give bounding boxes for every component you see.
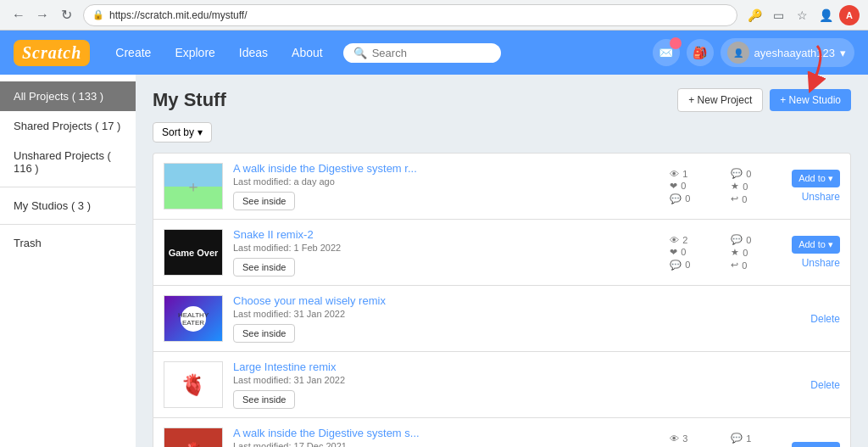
profile-circle[interactable]: A bbox=[839, 5, 860, 25]
user-menu-btn[interactable]: 👤 ayeshaayath123 ▾ bbox=[721, 38, 854, 67]
project-thumbnail: 🫀 bbox=[164, 361, 223, 408]
views-count: 3 bbox=[682, 433, 687, 444]
back-button[interactable]: ← bbox=[8, 5, 29, 25]
sort-button[interactable]: Sort by ▾ bbox=[153, 122, 212, 142]
nav-create[interactable]: Create bbox=[103, 39, 163, 66]
replies-count: 0 bbox=[742, 260, 747, 271]
unshare-link[interactable]: Unshare bbox=[802, 257, 840, 269]
loves-count: 0 bbox=[681, 247, 686, 257]
project-actions: Add to ▾ Unshare bbox=[792, 236, 840, 269]
nav-about[interactable]: About bbox=[280, 39, 335, 66]
content-area: My Stuff + New Project + New Studio Sort… bbox=[136, 75, 868, 447]
views-icon: 👁 bbox=[670, 235, 679, 245]
add-to-button[interactable]: Add to ▾ bbox=[792, 442, 840, 447]
main-content: All Projects ( 133 ) Shared Projects ( 1… bbox=[0, 75, 868, 447]
sidebar-item-shared[interactable]: Shared Projects ( 17 ) bbox=[0, 111, 136, 141]
sidebar-item-trash[interactable]: Trash bbox=[0, 228, 136, 258]
url-text: https://scratch.mit.edu/mystuff/ bbox=[109, 9, 248, 21]
username-label: ayeshaayath123 bbox=[754, 47, 835, 59]
table-row: ＋ A walk inside the Digestive system r..… bbox=[153, 153, 851, 219]
project-thumbnail: HEALTHY EATER bbox=[164, 295, 223, 342]
stats-column-2: 💬0 ★0 ↩0 bbox=[731, 168, 782, 204]
table-row: Game Over Snake II remix-2 Last modified… bbox=[153, 219, 851, 285]
see-inside-button[interactable]: See inside bbox=[233, 324, 295, 343]
loves-icon: ❤ bbox=[670, 247, 677, 258]
browser-actions: 🔑 ▭ ☆ 👤 A bbox=[744, 5, 860, 25]
project-name[interactable]: A walk inside the Digestive system r... bbox=[233, 162, 659, 175]
stats-column: 👁1 ❤0 💬0 bbox=[670, 169, 721, 204]
project-name[interactable]: Snake II remix-2 bbox=[233, 228, 659, 241]
unshare-link[interactable]: Unshare bbox=[802, 191, 840, 203]
header-buttons: + New Project + New Studio bbox=[677, 88, 851, 112]
project-modified: Last modified: 1 Feb 2022 bbox=[233, 243, 659, 253]
nav-explore[interactable]: Explore bbox=[163, 39, 226, 66]
delete-link[interactable]: Delete bbox=[810, 379, 840, 391]
add-to-button[interactable]: Add to ▾ bbox=[792, 170, 840, 187]
nav-right: ✉️ 🎒 👤 ayeshaayath123 ▾ bbox=[653, 38, 854, 67]
profile-icon-btn[interactable]: 👤 bbox=[815, 5, 836, 25]
project-info: A walk inside the Digestive system s... … bbox=[233, 427, 659, 447]
add-to-button[interactable]: Add to ▾ bbox=[792, 236, 840, 254]
refresh-button[interactable]: ↻ bbox=[56, 5, 76, 25]
messages-btn[interactable]: ✉️ bbox=[653, 39, 680, 66]
sort-bar: Sort by ▾ bbox=[153, 122, 851, 142]
project-actions: Add to ▾ bbox=[792, 442, 840, 447]
bag-btn[interactable]: 🎒 bbox=[687, 39, 714, 66]
project-modified: Last modified: 31 Jan 2022 bbox=[233, 309, 512, 319]
new-project-button[interactable]: + New Project bbox=[677, 88, 763, 112]
see-inside-button[interactable]: See inside bbox=[233, 258, 295, 277]
project-modified: Last modified: 31 Jan 2022 bbox=[233, 375, 512, 385]
see-inside-button[interactable]: See inside bbox=[233, 192, 295, 210]
stars-count: 0 bbox=[743, 182, 748, 192]
remixes-icon: 💬 bbox=[670, 260, 682, 271]
sidebar-item-studios[interactable]: My Studios ( 3 ) bbox=[0, 191, 136, 221]
table-row: 🫀 A walk inside the Digestive system s..… bbox=[153, 417, 851, 447]
stats-column: 👁2 ❤0 💬0 bbox=[670, 235, 721, 271]
views-icon: 👁 bbox=[670, 169, 679, 179]
stats-column: 👁3 ❤0 💬0 bbox=[670, 433, 721, 448]
sidebar-item-all-projects[interactable]: All Projects ( 133 ) bbox=[0, 81, 136, 111]
project-name[interactable]: Large Intestine remix bbox=[233, 360, 512, 373]
stats-column-2: 💬0 ★0 ↩0 bbox=[731, 234, 782, 271]
scratch-logo[interactable]: Scratch bbox=[14, 40, 90, 66]
lock-icon: 🔒 bbox=[92, 9, 104, 20]
address-bar[interactable]: 🔒 https://scratch.mit.edu/mystuff/ bbox=[83, 4, 737, 26]
nav-ideas[interactable]: Ideas bbox=[227, 39, 280, 66]
project-thumbnail: Game Over bbox=[164, 229, 223, 276]
table-row: HEALTHY EATER Choose your meal wisely re… bbox=[153, 285, 851, 351]
user-dropdown-icon: ▾ bbox=[840, 47, 846, 59]
project-name[interactable]: Choose your meal wisely remix bbox=[233, 294, 512, 307]
key-icon-btn[interactable]: 🔑 bbox=[744, 5, 765, 25]
project-info: Large Intestine remix Last modified: 31 … bbox=[233, 360, 512, 409]
sidebar: All Projects ( 133 ) Shared Projects ( 1… bbox=[0, 75, 136, 447]
replies-icon: ↩ bbox=[731, 193, 738, 204]
project-modified: Last modified: a day ago bbox=[233, 176, 659, 187]
sidebar-item-unshared[interactable]: Unshared Projects ( 116 ) bbox=[0, 141, 136, 183]
remixes-count: 0 bbox=[685, 193, 690, 204]
search-input[interactable] bbox=[372, 47, 491, 59]
project-modified: Last modified: 17 Dec 2021 bbox=[233, 441, 659, 447]
thumbnail-overlay: HEALTHY EATER bbox=[181, 306, 206, 332]
messages-badge bbox=[670, 37, 682, 49]
project-info: Snake II remix-2 Last modified: 1 Feb 20… bbox=[233, 228, 659, 277]
forward-button[interactable]: → bbox=[32, 5, 53, 25]
stats-column-2: 💬1 ★1 ↩0 bbox=[731, 433, 782, 447]
sidebar-divider-2 bbox=[0, 224, 136, 225]
comments-icon: 💬 bbox=[731, 433, 743, 444]
see-inside-button[interactable]: See inside bbox=[233, 390, 295, 409]
project-actions: Delete bbox=[810, 313, 840, 325]
project-name[interactable]: A walk inside the Digestive system s... bbox=[233, 427, 659, 439]
project-actions: Delete bbox=[810, 379, 840, 391]
delete-link[interactable]: Delete bbox=[810, 313, 840, 325]
nav-search-bar[interactable]: 🔍 bbox=[343, 43, 501, 63]
sidebar-divider bbox=[0, 187, 136, 187]
project-actions: Add to ▾ Unshare bbox=[792, 170, 840, 203]
project-thumbnail: 🫀 bbox=[164, 427, 223, 447]
new-studio-button[interactable]: + New Studio bbox=[770, 89, 851, 111]
star-icon-btn[interactable]: ☆ bbox=[792, 5, 812, 25]
cast-icon-btn[interactable]: ▭ bbox=[768, 5, 788, 25]
views-count: 2 bbox=[682, 235, 687, 245]
project-thumbnail: ＋ bbox=[164, 163, 223, 210]
comments-count: 0 bbox=[746, 169, 751, 179]
content-header: My Stuff + New Project + New Studio bbox=[153, 88, 851, 112]
